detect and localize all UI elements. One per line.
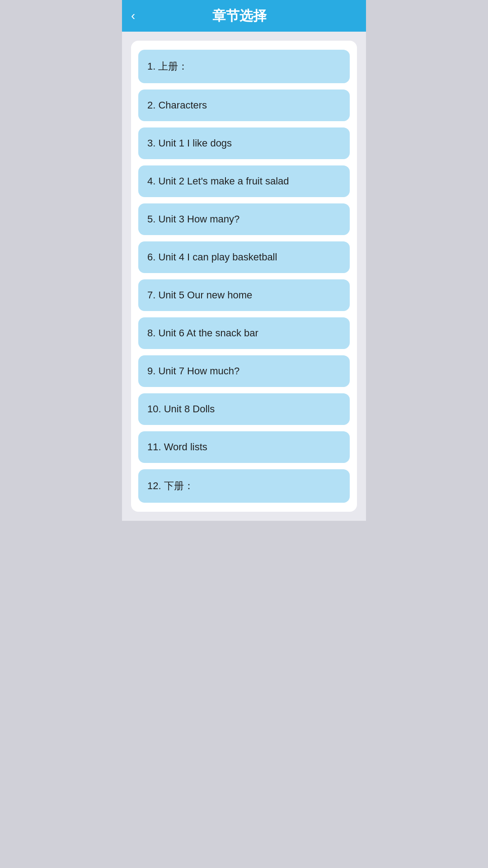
list-item[interactable]: 2. Characters (138, 90, 350, 121)
app-header: ‹ 章节选择 (122, 0, 366, 32)
list-item[interactable]: 8. Unit 6 At the snack bar (138, 317, 350, 349)
back-button[interactable]: ‹ (131, 9, 135, 23)
list-item[interactable]: 11. Word lists (138, 431, 350, 463)
content-area: 1. 上册：2. Characters3. Unit 1 I like dogs… (122, 32, 366, 521)
list-item[interactable]: 3. Unit 1 I like dogs (138, 127, 350, 159)
list-item[interactable]: 4. Unit 2 Let's make a fruit salad (138, 165, 350, 197)
chapter-list-card: 1. 上册：2. Characters3. Unit 1 I like dogs… (131, 41, 357, 512)
list-item[interactable]: 6. Unit 4 I can play basketball (138, 241, 350, 273)
list-item[interactable]: 9. Unit 7 How much? (138, 355, 350, 387)
list-item[interactable]: 7. Unit 5 Our new home (138, 279, 350, 311)
list-item[interactable]: 5. Unit 3 How many? (138, 203, 350, 235)
list-item[interactable]: 12. 下册： (138, 469, 350, 503)
page-title: 章节选择 (140, 7, 339, 25)
list-item[interactable]: 1. 上册： (138, 50, 350, 83)
list-item[interactable]: 10. Unit 8 Dolls (138, 393, 350, 425)
